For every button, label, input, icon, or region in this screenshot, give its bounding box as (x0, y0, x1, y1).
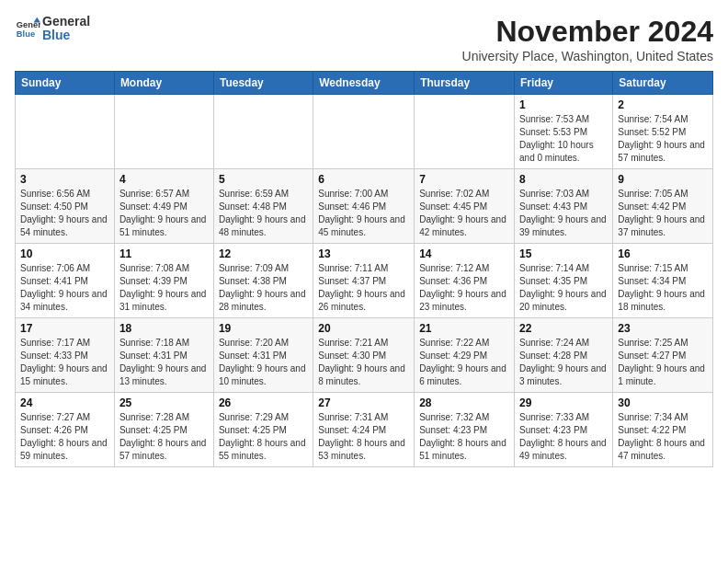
svg-text:Blue: Blue (17, 30, 35, 40)
day-number: 21 (419, 322, 509, 335)
calendar-day-cell: 21Sunrise: 7:22 AM Sunset: 4:29 PM Dayli… (415, 318, 515, 393)
calendar-day-cell: 7Sunrise: 7:02 AM Sunset: 4:45 PM Daylig… (415, 169, 515, 244)
day-number: 22 (519, 322, 608, 335)
day-number: 3 (20, 173, 109, 186)
day-detail: Sunrise: 7:06 AM Sunset: 4:41 PM Dayligh… (20, 262, 109, 314)
calendar-day-cell: 1Sunrise: 7:53 AM Sunset: 5:53 PM Daylig… (515, 95, 613, 169)
calendar-header-row: SundayMondayTuesdayWednesdayThursdayFrid… (16, 72, 713, 95)
day-number: 27 (318, 396, 409, 409)
day-detail: Sunrise: 7:05 AM Sunset: 4:42 PM Dayligh… (618, 188, 708, 239)
day-number: 10 (20, 247, 109, 260)
day-of-week-header: Thursday (415, 72, 515, 95)
calendar-day-cell: 17Sunrise: 7:17 AM Sunset: 4:33 PM Dayli… (16, 318, 115, 393)
day-of-week-header: Sunday (16, 72, 115, 95)
day-of-week-header: Friday (515, 72, 613, 95)
day-number: 1 (519, 98, 608, 111)
calendar-day-cell: 22Sunrise: 7:24 AM Sunset: 4:28 PM Dayli… (515, 318, 613, 393)
title-area: November 2024 University Place, Washingt… (462, 15, 713, 63)
day-detail: Sunrise: 7:27 AM Sunset: 4:26 PM Dayligh… (20, 411, 109, 463)
day-number: 30 (618, 396, 708, 409)
calendar-week-row: 10Sunrise: 7:06 AM Sunset: 4:41 PM Dayli… (16, 244, 713, 318)
calendar-day-cell (213, 95, 313, 169)
calendar-day-cell: 3Sunrise: 6:56 AM Sunset: 4:50 PM Daylig… (16, 169, 115, 244)
day-detail: Sunrise: 7:21 AM Sunset: 4:30 PM Dayligh… (318, 337, 409, 388)
calendar-day-cell: 25Sunrise: 7:28 AM Sunset: 4:25 PM Dayli… (114, 393, 213, 467)
day-detail: Sunrise: 7:25 AM Sunset: 4:27 PM Dayligh… (618, 337, 708, 388)
calendar-day-cell: 11Sunrise: 7:08 AM Sunset: 4:39 PM Dayli… (114, 244, 213, 318)
calendar-day-cell: 29Sunrise: 7:33 AM Sunset: 4:23 PM Dayli… (515, 393, 613, 467)
calendar-day-cell: 8Sunrise: 7:03 AM Sunset: 4:43 PM Daylig… (515, 169, 613, 244)
day-detail: Sunrise: 7:02 AM Sunset: 4:45 PM Dayligh… (419, 188, 509, 239)
day-detail: Sunrise: 7:54 AM Sunset: 5:52 PM Dayligh… (618, 113, 708, 165)
calendar-day-cell: 26Sunrise: 7:29 AM Sunset: 4:25 PM Dayli… (213, 393, 313, 467)
day-detail: Sunrise: 7:11 AM Sunset: 4:37 PM Dayligh… (318, 262, 409, 314)
calendar-day-cell: 5Sunrise: 6:59 AM Sunset: 4:48 PM Daylig… (213, 169, 313, 244)
calendar-day-cell: 30Sunrise: 7:34 AM Sunset: 4:22 PM Dayli… (613, 393, 713, 467)
day-detail: Sunrise: 7:15 AM Sunset: 4:34 PM Dayligh… (618, 262, 708, 314)
day-of-week-header: Saturday (613, 72, 713, 95)
day-of-week-header: Tuesday (213, 72, 313, 95)
header: General Blue General Blue November 2024 … (15, 15, 713, 63)
day-detail: Sunrise: 6:59 AM Sunset: 4:48 PM Dayligh… (219, 188, 308, 239)
day-of-week-header: Wednesday (313, 72, 415, 95)
day-number: 4 (119, 173, 209, 186)
day-number: 11 (119, 247, 209, 260)
calendar-day-cell: 10Sunrise: 7:06 AM Sunset: 4:41 PM Dayli… (16, 244, 115, 318)
day-number: 20 (318, 322, 409, 335)
day-detail: Sunrise: 7:24 AM Sunset: 4:28 PM Dayligh… (519, 337, 608, 388)
calendar-day-cell: 24Sunrise: 7:27 AM Sunset: 4:26 PM Dayli… (16, 393, 115, 467)
day-number: 9 (618, 173, 708, 186)
main-title: November 2024 (462, 15, 713, 49)
calendar-day-cell: 4Sunrise: 6:57 AM Sunset: 4:49 PM Daylig… (114, 169, 213, 244)
day-detail: Sunrise: 7:17 AM Sunset: 4:33 PM Dayligh… (20, 337, 109, 388)
day-detail: Sunrise: 7:28 AM Sunset: 4:25 PM Dayligh… (119, 411, 209, 463)
calendar-day-cell (415, 95, 515, 169)
calendar-day-cell: 15Sunrise: 7:14 AM Sunset: 4:35 PM Dayli… (515, 244, 613, 318)
day-detail: Sunrise: 6:56 AM Sunset: 4:50 PM Dayligh… (20, 188, 109, 239)
day-detail: Sunrise: 7:22 AM Sunset: 4:29 PM Dayligh… (419, 337, 509, 388)
day-detail: Sunrise: 7:33 AM Sunset: 4:23 PM Dayligh… (519, 411, 608, 463)
calendar-day-cell: 14Sunrise: 7:12 AM Sunset: 4:36 PM Dayli… (415, 244, 515, 318)
day-detail: Sunrise: 7:31 AM Sunset: 4:24 PM Dayligh… (318, 411, 409, 463)
calendar-week-row: 1Sunrise: 7:53 AM Sunset: 5:53 PM Daylig… (16, 95, 713, 169)
day-number: 5 (219, 173, 308, 186)
calendar-day-cell: 12Sunrise: 7:09 AM Sunset: 4:38 PM Dayli… (213, 244, 313, 318)
day-number: 8 (519, 173, 608, 186)
calendar-week-row: 3Sunrise: 6:56 AM Sunset: 4:50 PM Daylig… (16, 169, 713, 244)
day-number: 16 (618, 247, 708, 260)
calendar-day-cell: 13Sunrise: 7:11 AM Sunset: 4:37 PM Dayli… (313, 244, 415, 318)
day-number: 19 (219, 322, 308, 335)
calendar-day-cell (16, 95, 115, 169)
day-number: 25 (119, 396, 209, 409)
day-number: 15 (519, 247, 608, 260)
day-detail: Sunrise: 7:08 AM Sunset: 4:39 PM Dayligh… (119, 262, 209, 314)
calendar-day-cell: 9Sunrise: 7:05 AM Sunset: 4:42 PM Daylig… (613, 169, 713, 244)
day-number: 7 (419, 173, 509, 186)
day-number: 24 (20, 396, 109, 409)
day-number: 29 (519, 396, 608, 409)
logo-icon: General Blue (15, 16, 40, 41)
calendar-day-cell: 16Sunrise: 7:15 AM Sunset: 4:34 PM Dayli… (613, 244, 713, 318)
calendar-day-cell: 27Sunrise: 7:31 AM Sunset: 4:24 PM Dayli… (313, 393, 415, 467)
calendar-day-cell: 20Sunrise: 7:21 AM Sunset: 4:30 PM Dayli… (313, 318, 415, 393)
day-number: 18 (119, 322, 209, 335)
day-detail: Sunrise: 7:03 AM Sunset: 4:43 PM Dayligh… (519, 188, 608, 239)
day-detail: Sunrise: 7:20 AM Sunset: 4:31 PM Dayligh… (219, 337, 308, 388)
day-detail: Sunrise: 7:14 AM Sunset: 4:35 PM Dayligh… (519, 262, 608, 314)
day-number: 13 (318, 247, 409, 260)
day-number: 17 (20, 322, 109, 335)
logo-general-text: General (42, 15, 90, 29)
day-detail: Sunrise: 7:34 AM Sunset: 4:22 PM Dayligh… (618, 411, 708, 463)
day-detail: Sunrise: 7:29 AM Sunset: 4:25 PM Dayligh… (219, 411, 308, 463)
day-number: 14 (419, 247, 509, 260)
calendar-day-cell: 23Sunrise: 7:25 AM Sunset: 4:27 PM Dayli… (613, 318, 713, 393)
subtitle: University Place, Washington, United Sta… (462, 49, 713, 63)
day-detail: Sunrise: 7:00 AM Sunset: 4:46 PM Dayligh… (318, 188, 409, 239)
day-number: 2 (618, 98, 708, 111)
day-detail: Sunrise: 7:09 AM Sunset: 4:38 PM Dayligh… (219, 262, 308, 314)
calendar-day-cell: 18Sunrise: 7:18 AM Sunset: 4:31 PM Dayli… (114, 318, 213, 393)
day-detail: Sunrise: 6:57 AM Sunset: 4:49 PM Dayligh… (119, 188, 209, 239)
day-number: 28 (419, 396, 509, 409)
calendar-day-cell (114, 95, 213, 169)
day-detail: Sunrise: 7:32 AM Sunset: 4:23 PM Dayligh… (419, 411, 509, 463)
